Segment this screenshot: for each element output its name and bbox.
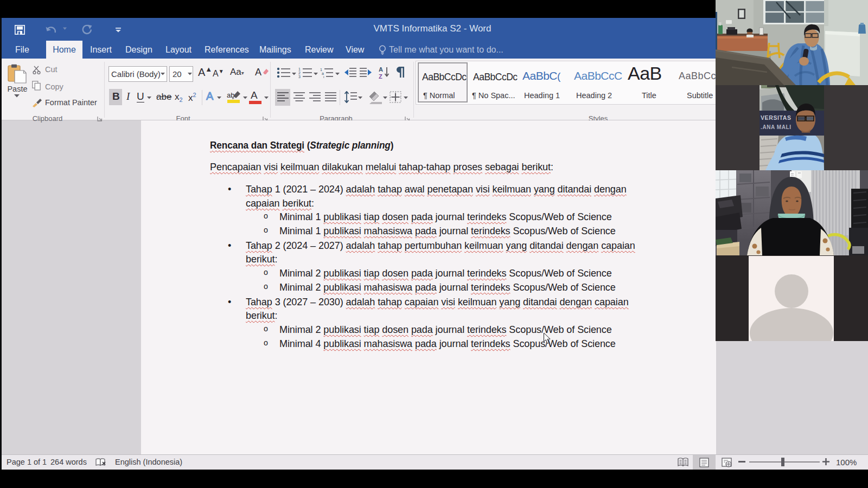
svg-text:.ANA MALI: .ANA MALI [761, 124, 792, 130]
svg-text:VERSITAS: VERSITAS [761, 114, 792, 121]
